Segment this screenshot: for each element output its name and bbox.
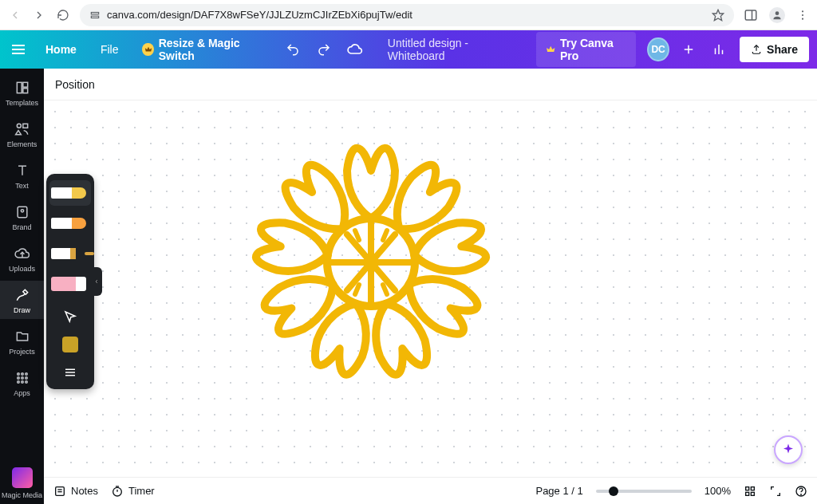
svg-point-7 (802, 14, 803, 15)
add-collaborator-button[interactable] (681, 40, 697, 59)
try-pro-label: Try Canva Pro (560, 37, 626, 62)
select-tool[interactable] (60, 306, 81, 327)
redo-button[interactable] (314, 38, 334, 61)
svg-rect-45 (751, 486, 754, 490)
svg-rect-14 (17, 82, 22, 93)
page-indicator[interactable]: Page 1 / 1 (535, 485, 582, 497)
bottom-bar: Notes Timer Page 1 / 1 100% (44, 477, 817, 504)
svg-rect-0 (91, 12, 98, 14)
sidebar-item-label: Projects (9, 348, 35, 356)
share-button[interactable]: Share (740, 37, 809, 62)
sidebar-item-label: Brand (12, 223, 31, 231)
svg-point-33 (25, 381, 27, 384)
sidebar-item-magic-media[interactable]: Magic Media (0, 461, 44, 504)
stroke-options-button[interactable] (60, 362, 81, 383)
try-pro-button[interactable]: Try Canva Pro (536, 32, 637, 67)
svg-rect-16 (22, 89, 27, 93)
sidebar-item-projects[interactable]: Projects (0, 322, 44, 360)
profile-avatar-icon[interactable] (769, 7, 785, 23)
panel-icon[interactable] (744, 8, 758, 22)
site-settings-icon (89, 10, 101, 21)
svg-rect-47 (751, 492, 754, 495)
svg-point-29 (21, 377, 23, 380)
cloud-sync-icon[interactable] (345, 38, 365, 61)
svg-point-26 (21, 373, 23, 376)
svg-marker-2 (712, 10, 723, 20)
svg-point-5 (776, 11, 780, 15)
crown-icon (546, 44, 555, 55)
home-button[interactable]: Home (39, 38, 83, 61)
fullscreen-button[interactable] (769, 485, 782, 498)
undo-button[interactable] (283, 38, 303, 61)
pen-tool-pencil[interactable] (49, 241, 91, 266)
sidebar-item-templates[interactable]: Templates (0, 73, 44, 112)
user-avatar[interactable]: DC (647, 37, 669, 61)
pen-tool-eraser[interactable] (49, 271, 91, 297)
sidebar-item-label: Draw (14, 306, 30, 314)
reload-icon[interactable] (56, 8, 70, 22)
timer-button[interactable]: Timer (111, 485, 155, 498)
svg-rect-44 (746, 486, 749, 490)
file-button[interactable]: File (94, 38, 125, 61)
pen-tool-highlighter[interactable] (49, 211, 91, 236)
collapse-panel-button[interactable] (91, 267, 102, 296)
drawing-sunflower[interactable] (235, 139, 507, 386)
forward-icon[interactable] (32, 8, 46, 22)
sidebar-item-label: Templates (6, 99, 38, 107)
browser-chrome: canva.com/design/DAF7X8wFSeY/JJLZUzmCJIr… (0, 0, 817, 30)
svg-rect-3 (745, 10, 756, 20)
sidebar-item-text[interactable]: Text (0, 156, 44, 195)
bookmark-star-icon[interactable] (712, 9, 724, 22)
upload-icon (751, 44, 762, 55)
help-button[interactable] (795, 485, 807, 498)
sidebar-item-brand[interactable]: Brand (0, 198, 44, 236)
url-bar[interactable]: canva.com/design/DAF7X8wFSeY/JJLZUzmCJIr… (80, 4, 734, 26)
left-sidebar: Templates Elements Text Brand Uploads Dr… (0, 69, 44, 504)
svg-point-6 (802, 10, 803, 12)
assistant-fab[interactable] (774, 435, 803, 464)
crown-icon (142, 43, 153, 56)
pen-tool-marker[interactable] (49, 180, 91, 206)
sidebar-item-label: Apps (14, 389, 30, 397)
sidebar-item-uploads[interactable]: Uploads (0, 239, 44, 278)
sidebar-item-apps[interactable]: Apps (0, 364, 44, 402)
svg-point-27 (25, 373, 27, 376)
sidebar-item-draw[interactable]: Draw (0, 281, 44, 319)
draw-color-swatch[interactable] (62, 337, 78, 352)
position-button[interactable]: Position (55, 78, 95, 91)
sidebar-item-label: Text (15, 182, 29, 190)
svg-rect-46 (746, 492, 749, 495)
svg-point-32 (21, 381, 23, 384)
notes-button[interactable]: Notes (53, 485, 98, 498)
sidebar-item-label: Elements (7, 140, 37, 148)
svg-point-49 (801, 494, 802, 494)
share-label: Share (767, 43, 798, 56)
svg-rect-1 (91, 16, 98, 18)
sidebar-item-label: Uploads (9, 265, 35, 273)
canvas-area[interactable] (44, 100, 817, 477)
context-toolbar: Position (44, 69, 817, 100)
svg-point-8 (802, 18, 803, 19)
svg-point-28 (17, 377, 19, 380)
design-title[interactable]: Untitled design - Whiteboard (388, 37, 514, 62)
app-top-bar: Home File Resize & Magic Switch Untitled… (0, 30, 817, 69)
resize-label: Resize & Magic Switch (159, 37, 266, 62)
menu-button[interactable] (8, 38, 28, 61)
svg-rect-15 (22, 82, 27, 87)
timer-label: Timer (128, 485, 155, 497)
zoom-slider[interactable] (596, 490, 692, 493)
resize-magic-button[interactable]: Resize & Magic Switch (136, 32, 271, 67)
svg-point-23 (21, 210, 23, 212)
sidebar-item-elements[interactable]: Elements (0, 115, 44, 153)
svg-point-17 (17, 124, 21, 128)
timer-icon (111, 485, 124, 498)
kebab-menu-icon[interactable] (796, 9, 809, 22)
back-icon[interactable] (8, 8, 22, 22)
zoom-thumb[interactable] (609, 486, 618, 496)
grid-view-button[interactable] (744, 485, 756, 498)
svg-marker-19 (15, 131, 21, 135)
svg-point-25 (17, 373, 19, 376)
zoom-percentage[interactable]: 100% (705, 485, 731, 497)
insights-button[interactable] (708, 38, 728, 61)
magic-media-icon (12, 467, 33, 488)
